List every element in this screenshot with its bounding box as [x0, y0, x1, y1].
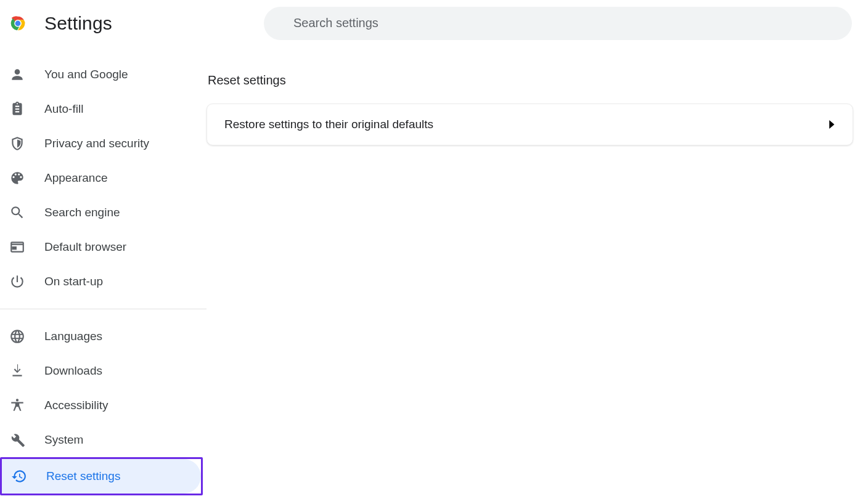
chrome-logo-icon [7, 13, 28, 34]
person-icon [9, 66, 26, 83]
power-icon [9, 273, 26, 290]
shield-icon [9, 135, 26, 152]
search-bar[interactable] [264, 7, 852, 40]
sidebar-item-label: Accessibility [44, 399, 108, 412]
accessibility-icon [9, 397, 26, 414]
chevron-right-icon [829, 120, 835, 129]
sidebar-item-languages[interactable]: Languages [0, 319, 200, 354]
page-title: Settings [44, 13, 112, 34]
sidebar-item-default-browser[interactable]: Default browser [0, 230, 200, 264]
search-wrap [264, 7, 852, 40]
app-header: Settings [0, 0, 863, 46]
sidebar-item-auto-fill[interactable]: Auto-fill [0, 92, 200, 126]
search-input[interactable] [293, 16, 836, 30]
svg-rect-3 [12, 246, 17, 250]
svg-marker-4 [829, 120, 834, 129]
sidebar-item-search-engine[interactable]: Search engine [0, 195, 200, 230]
sidebar-item-label: Languages [44, 330, 102, 343]
sidebar-item-privacy-security[interactable]: Privacy and security [0, 126, 200, 161]
sidebar-item-label: Privacy and security [44, 137, 149, 150]
sidebar-item-downloads[interactable]: Downloads [0, 354, 200, 388]
browser-window-icon [9, 238, 26, 256]
sidebar-item-label: System [44, 433, 83, 447]
sidebar-item-label: Default browser [44, 240, 126, 254]
main-content: Reset settings Restore settings to their… [207, 46, 863, 504]
wrench-icon [9, 431, 26, 449]
section-title: Reset settings [208, 73, 853, 87]
sidebar-item-system[interactable]: System [0, 423, 200, 457]
search-icon [9, 204, 26, 221]
sidebar-item-appearance[interactable]: Appearance [0, 161, 200, 195]
palette-icon [9, 169, 26, 187]
settings-card: Restore settings to their original defau… [207, 104, 853, 145]
sidebar-item-label: Reset settings [46, 469, 120, 483]
row-label: Restore settings to their original defau… [224, 118, 433, 131]
restore-icon [10, 468, 28, 485]
sidebar-item-label: On start-up [44, 275, 103, 288]
sidebar-item-label: Auto-fill [44, 102, 83, 116]
sidebar-item-label: You and Google [44, 68, 128, 81]
clipboard-icon [9, 100, 26, 118]
settings-sidebar: You and Google Auto-fill Privacy and sec… [0, 46, 207, 504]
sidebar-item-you-and-google[interactable]: You and Google [0, 57, 200, 92]
sidebar-item-on-startup[interactable]: On start-up [0, 264, 200, 299]
download-icon [9, 362, 26, 380]
sidebar-divider [0, 309, 207, 309]
brand: Settings [6, 13, 247, 34]
sidebar-item-accessibility[interactable]: Accessibility [0, 388, 200, 423]
sidebar-item-label: Downloads [44, 364, 102, 378]
sidebar-item-label: Appearance [44, 171, 107, 185]
globe-icon [9, 328, 26, 345]
restore-defaults-row[interactable]: Restore settings to their original defau… [207, 104, 853, 145]
highlight-annotation: Reset settings [0, 457, 203, 495]
sidebar-item-reset-settings[interactable]: Reset settings [2, 459, 201, 494]
sidebar-item-label: Search engine [44, 206, 120, 219]
